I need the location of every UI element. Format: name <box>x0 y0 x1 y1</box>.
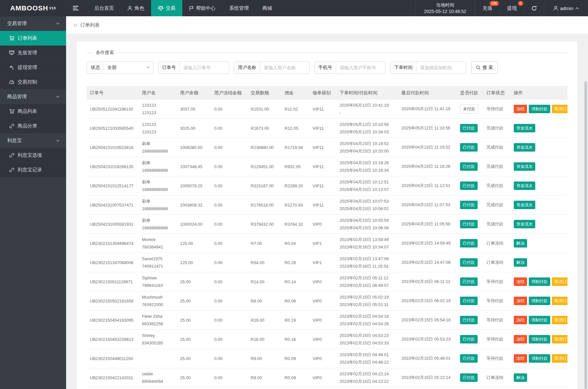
status-cell: 等待付款 <box>483 349 511 368</box>
balance-cell: 25.00 <box>177 311 211 330</box>
amount-cell: R19.00 <box>247 311 281 330</box>
frozen-cell: 0.00 <box>211 291 247 311</box>
order-no-input[interactable] <box>180 62 229 74</box>
sidebar-item-lixibao-options[interactable]: 利息宝选项 <box>0 148 66 163</box>
chevron-down-icon <box>147 67 150 69</box>
freeze-button[interactable]: 冻结 <box>514 105 527 114</box>
balance-cell: 125.00 <box>177 234 211 253</box>
admin-name: admin <box>560 6 573 11</box>
freeze-button[interactable]: 冻结 <box>514 277 527 286</box>
amount-cell: R14.00 <box>247 272 281 291</box>
fund-flow-button[interactable]: 资金流水 <box>514 143 535 152</box>
paid-badge: 已付款 <box>460 316 478 325</box>
unfreeze-button[interactable]: 解冻 <box>514 258 527 267</box>
balance-cell: 1007348.45 <box>177 157 211 176</box>
last-pay-time-cell: 2025年04月23日 11:18:26 <box>398 157 457 176</box>
col-order-time: 下单时间/付款时间 <box>336 87 398 100</box>
status-cell: 订单冻结 <box>483 253 511 272</box>
freeze-button[interactable]: 冻结 <box>514 316 527 325</box>
vertical-scrollbar[interactable] <box>584 81 587 389</box>
sidebar-item-lixibao-records[interactable]: 利息宝记录 <box>0 163 66 177</box>
sidebar-item-trade-control[interactable]: 交易控制 <box>0 75 66 89</box>
table-row: UB25051210335655401231231231233025.000.0… <box>87 119 567 138</box>
withdraw-button[interactable]: 提现 0 <box>499 0 524 16</box>
freeze-button[interactable]: 冻结 <box>514 297 527 305</box>
force-pay-button[interactable]: 强制付款 <box>529 105 550 114</box>
recharge-button[interactable]: 充值 186 <box>475 0 499 16</box>
nav-item-help[interactable]: 帮助中心 <box>182 0 222 16</box>
sidebar-group-trade-manage[interactable]: 交易管理 <box>0 16 66 31</box>
chevron-down-icon <box>56 22 60 25</box>
last-pay-time-cell: 2023年02月15日 05:22:14 <box>398 368 457 387</box>
sidebar-item-recharge-manage[interactable]: 充值管理 <box>0 46 66 60</box>
breadcrumb: 订单列表 <box>66 16 588 34</box>
amount-cell: R9.00 <box>247 368 281 387</box>
sidebar-group-lixibao[interactable]: 利息宝 <box>0 133 66 148</box>
paid-badge: 已付款 <box>460 258 478 267</box>
amount-cell: R378432.00 <box>247 215 281 234</box>
table-row: UB2302150422143311cebile69564409425.000.… <box>87 368 567 387</box>
freeze-button[interactable]: 冻结 <box>514 335 527 344</box>
status-select[interactable]: 全部 <box>104 62 153 74</box>
nav-item-roles[interactable]: 角色 <box>121 0 151 16</box>
refresh-button[interactable] <box>524 0 544 16</box>
paid-cell: 已付款 <box>457 176 483 195</box>
table-row: UB2302150453239813Shirley83430528525.000… <box>87 330 567 349</box>
nav-item-system[interactable]: 系统管理 <box>222 0 256 16</box>
fund-flow-button[interactable]: 资金流水 <box>514 124 535 133</box>
cancel-order-button[interactable]: 取消订单 <box>552 297 567 305</box>
sidebar: 交易管理 订单列表 充值管理 提现管理 交易控制 商品管理 <box>0 16 66 389</box>
last-pay-time-cell: 2025年04月23日 11:19:52 <box>398 138 457 157</box>
table-row: UB2302151347068006Sanet1975740912471125.… <box>87 253 567 272</box>
cart-icon <box>9 36 14 41</box>
force-pay-button[interactable]: 强制付款 <box>529 335 550 344</box>
phone-input[interactable] <box>336 62 385 74</box>
unfreeze-button[interactable]: 解冻 <box>514 373 527 382</box>
order-no-cell: UB2302150502191658 <box>87 291 139 311</box>
frozen-cell: 0.00 <box>211 215 247 234</box>
fund-flow-button[interactable]: 资金流水 <box>514 162 535 171</box>
paid-cell: 已付款 <box>457 215 483 234</box>
fund-flow-button[interactable]: 资金流水 <box>514 220 535 229</box>
commission-cell: R0.24 <box>281 387 309 389</box>
sidebar-item-order-list[interactable]: 订单列表 <box>0 31 66 46</box>
topbar-right: 当地时间 2025-05-12 10:46:52 充值 186 提现 0 adm… <box>415 0 588 16</box>
level-cell: VIP0 <box>309 349 336 368</box>
order-time-input[interactable] <box>417 62 466 74</box>
status-cell: 完成付款 <box>483 215 511 234</box>
cancel-order-button[interactable]: 取消订单 <box>552 335 567 344</box>
amount-cell: R315167.00 <box>247 176 281 195</box>
cancel-order-button[interactable]: 取消订单 <box>552 354 567 363</box>
freeze-button[interactable]: 冻结 <box>514 354 527 363</box>
username-input[interactable] <box>260 62 309 74</box>
sidebar-item-withdraw-manage[interactable]: 提现管理 <box>0 60 66 75</box>
force-pay-button[interactable]: 强制付款 <box>529 297 550 305</box>
nav-item-trade[interactable]: 交易 <box>151 0 182 16</box>
unfreeze-button[interactable]: 解冻 <box>514 239 527 248</box>
person-icon <box>553 6 558 11</box>
fund-flow-button[interactable]: 资金流水 <box>514 201 535 209</box>
fund-flow-button[interactable]: 资金流水 <box>514 181 535 190</box>
force-pay-button[interactable]: 强制付款 <box>529 354 550 363</box>
sidebar-item-goods-category[interactable]: 商品分类 <box>0 119 66 133</box>
nav-item-dashboard[interactable]: 后台首页 <box>88 0 121 16</box>
sidebar-group-goods-manage[interactable]: 商品管理 <box>0 89 66 104</box>
cancel-order-button[interactable]: 取消订单 <box>552 105 567 114</box>
admin-menu[interactable]: admin <box>544 0 588 16</box>
cancel-order-button[interactable]: 取消订单 <box>552 316 567 325</box>
force-pay-button[interactable]: 强制付款 <box>529 277 550 286</box>
frozen-cell: 0.00 <box>211 234 247 253</box>
actions-cell: 解冻 <box>511 368 567 387</box>
force-pay-button[interactable]: 强制付款 <box>529 316 550 325</box>
last-pay-time-cell: 2025年05月12日 11:33:56 <box>398 119 457 138</box>
search-button[interactable]: 搜 索 <box>471 61 498 74</box>
cancel-order-button[interactable]: 取消订单 <box>552 277 567 286</box>
menu-toggle-button[interactable] <box>66 0 88 16</box>
col-amount: 交易数额 <box>247 87 281 100</box>
table-row: UB2302150247579594Cabangani25.000.00R24.… <box>87 387 567 389</box>
nav-item-mall[interactable]: 商城 <box>256 0 279 16</box>
status-cell: 等待付款 <box>483 291 511 311</box>
sidebar-item-goods-list[interactable]: 商品列表 <box>0 104 66 119</box>
paid-badge: 已付款 <box>460 124 478 133</box>
table-row: UB2504231005591931刷单188888888881000024.0… <box>87 215 567 234</box>
